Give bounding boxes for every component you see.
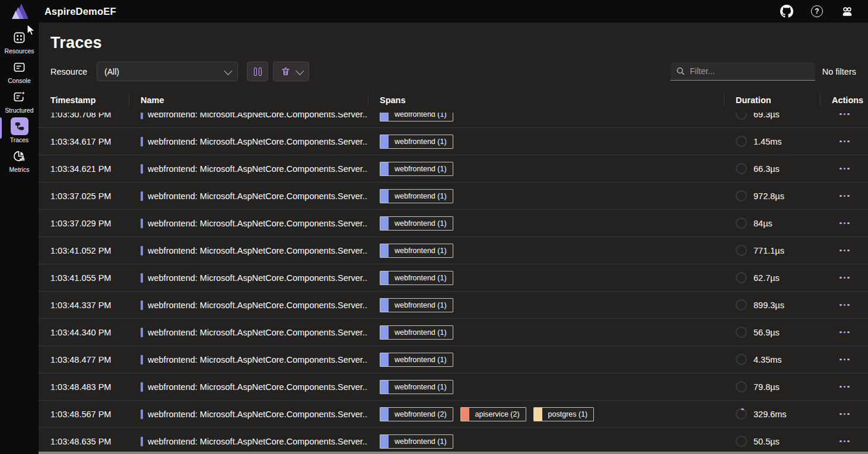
more-actions-button[interactable] <box>837 164 852 174</box>
more-actions-button[interactable] <box>837 191 852 201</box>
span-badge-color-strip <box>380 299 389 312</box>
sidebar-item-traces[interactable]: Traces <box>0 116 39 145</box>
table-row[interactable]: 1:03:34.617 PMwebfrontend: Microsoft.Asp… <box>39 128 868 155</box>
table-row[interactable]: 1:03:37.029 PMwebfrontend: Microsoft.Asp… <box>39 210 868 237</box>
trace-timestamp: 1:03:48.483 PM <box>39 382 129 392</box>
trace-spans-cell: webfrontend (1) <box>368 244 724 258</box>
trace-name-link[interactable]: webfrontend: Microsoft.AspNetCore.Compon… <box>129 246 368 255</box>
trace-duration-cell: 329.6ms <box>724 408 820 420</box>
more-actions-button[interactable] <box>837 246 852 255</box>
duration-ring-icon <box>736 163 747 174</box>
trace-duration-cell: 69.3µs <box>724 113 820 120</box>
trace-name-text: webfrontend: Microsoft.AspNetCore.Compon… <box>148 191 368 201</box>
trace-color-bar <box>141 273 143 283</box>
trace-spans-cell: webfrontend (1) <box>368 135 724 149</box>
sidebar-item-console[interactable]: Console <box>0 56 39 86</box>
table-row[interactable]: 1:03:48.477 PMwebfrontend: Microsoft.Asp… <box>39 346 868 373</box>
filter-input[interactable] <box>690 66 810 76</box>
table-row-content: 1:03:48.567 PMwebfrontend: Microsoft.Asp… <box>39 401 868 427</box>
more-actions-button[interactable] <box>837 437 852 446</box>
more-actions-button[interactable] <box>837 137 852 146</box>
span-badge-label: webfrontend (1) <box>389 299 453 312</box>
resource-select[interactable]: (All) <box>97 62 238 81</box>
table-row-content: 1:03:48.483 PMwebfrontend: Microsoft.Asp… <box>39 373 868 400</box>
duration-ring-icon <box>736 436 747 447</box>
trace-name-link[interactable]: webfrontend: Microsoft.AspNetCore.Compon… <box>129 382 368 392</box>
trace-timestamp: 1:03:44.337 PM <box>39 300 129 310</box>
aspire-logo-icon <box>12 4 28 19</box>
more-actions-button[interactable] <box>837 219 852 228</box>
trace-spans-cell: webfrontend (2)apiservice (2)postgres (1… <box>368 407 724 421</box>
trace-name-link[interactable]: webfrontend: Microsoft.AspNetCore.Compon… <box>129 164 368 174</box>
trace-timestamp: 1:03:37.025 PM <box>39 191 129 201</box>
table-row[interactable]: 1:03:30.708 PMwebfrontend: Microsoft.Asp… <box>39 113 868 128</box>
trace-name-link[interactable]: webfrontend: Microsoft.AspNetCore.Compon… <box>129 137 368 146</box>
more-actions-button[interactable] <box>837 328 852 337</box>
table-row[interactable]: 1:03:44.337 PMwebfrontend: Microsoft.Asp… <box>39 292 868 319</box>
trace-name-link[interactable]: webfrontend: Microsoft.AspNetCore.Compon… <box>129 355 368 365</box>
table-row[interactable]: 1:03:37.025 PMwebfrontend: Microsoft.Asp… <box>39 183 868 210</box>
trace-duration-value: 50.5µs <box>753 437 780 446</box>
more-actions-button[interactable] <box>837 382 852 392</box>
filter-search-box[interactable] <box>670 62 815 81</box>
table-row[interactable]: 1:03:48.567 PMwebfrontend: Microsoft.Asp… <box>39 401 868 428</box>
span-badge: webfrontend (1) <box>380 353 453 367</box>
trace-timestamp: 1:03:48.567 PM <box>39 410 129 419</box>
trace-actions-cell <box>820 113 868 119</box>
remove-traces-split-button[interactable] <box>273 62 309 81</box>
span-badge-label: webfrontend (1) <box>389 162 453 175</box>
span-badge: webfrontend (1) <box>380 189 453 203</box>
table-row[interactable]: 1:03:48.483 PMwebfrontend: Microsoft.Asp… <box>39 373 868 401</box>
trace-spans-cell: webfrontend (1) <box>368 189 724 203</box>
trace-color-bar <box>141 410 143 419</box>
more-actions-button[interactable] <box>837 410 852 419</box>
span-badge: webfrontend (1) <box>380 325 453 340</box>
span-badge: webfrontend (1) <box>380 162 453 176</box>
more-actions-button[interactable] <box>837 273 852 283</box>
sidebar-item-structured[interactable]: Structured <box>0 86 39 116</box>
table-row-content: 1:03:37.029 PMwebfrontend: Microsoft.Asp… <box>39 210 868 236</box>
trace-timestamp: 1:03:41.055 PM <box>39 273 129 283</box>
search-icon <box>676 66 685 76</box>
github-icon[interactable] <box>780 5 793 18</box>
trace-name-link[interactable]: webfrontend: Microsoft.AspNetCore.Compon… <box>129 437 368 446</box>
trace-color-bar <box>141 137 143 146</box>
table-row-content: 1:03:48.635 PMwebfrontend: Microsoft.Asp… <box>39 428 868 454</box>
main-content: Traces Resource (All) No filters Timesta… <box>39 23 868 454</box>
trace-color-bar <box>141 437 143 446</box>
table-row[interactable]: 1:03:34.621 PMwebfrontend: Microsoft.Asp… <box>39 155 868 183</box>
trace-name-link[interactable]: webfrontend: Microsoft.AspNetCore.Compon… <box>129 113 368 119</box>
trace-name-link[interactable]: webfrontend: Microsoft.AspNetCore.Compon… <box>129 191 368 201</box>
trace-duration-cell: 899.3µs <box>724 299 820 311</box>
trace-name-link[interactable]: webfrontend: Microsoft.AspNetCore.Compon… <box>129 410 368 419</box>
more-actions-button[interactable] <box>837 113 852 119</box>
table-row[interactable]: 1:03:44.340 PMwebfrontend: Microsoft.Asp… <box>39 319 868 346</box>
span-badge-label: webfrontend (1) <box>389 135 453 148</box>
more-actions-button[interactable] <box>837 300 852 310</box>
trace-name-link[interactable]: webfrontend: Microsoft.AspNetCore.Compon… <box>129 300 368 310</box>
trace-duration-value: 1.45ms <box>753 137 782 146</box>
people-icon[interactable] <box>841 5 854 18</box>
more-actions-button[interactable] <box>837 355 852 365</box>
span-badge-label: apiservice (2) <box>469 408 526 421</box>
table-row[interactable]: 1:03:41.055 PMwebfrontend: Microsoft.Asp… <box>39 264 868 292</box>
span-badge: webfrontend (1) <box>380 380 453 394</box>
trace-name-link[interactable]: webfrontend: Microsoft.AspNetCore.Compon… <box>129 219 368 228</box>
help-icon[interactable]: ? <box>810 5 824 18</box>
table-row[interactable]: 1:03:48.635 PMwebfrontend: Microsoft.Asp… <box>39 428 868 454</box>
horizontal-scrollbar[interactable] <box>39 452 868 454</box>
sidebar-item-metrics[interactable]: Metrics <box>0 145 39 175</box>
table-row-content: 1:03:34.617 PMwebfrontend: Microsoft.Asp… <box>39 128 868 155</box>
pause-incoming-data-button[interactable] <box>247 62 268 81</box>
sidebar-item-resources[interactable]: Resources <box>0 27 39 56</box>
table-row[interactable]: 1:03:41.052 PMwebfrontend: Microsoft.Asp… <box>39 237 868 264</box>
trace-name-link[interactable]: webfrontend: Microsoft.AspNetCore.Compon… <box>129 273 368 283</box>
trace-duration-value: 899.3µs <box>753 300 784 310</box>
trace-actions-cell <box>820 273 868 283</box>
span-badge-color-strip <box>380 353 389 366</box>
table-row-content: 1:03:44.340 PMwebfrontend: Microsoft.Asp… <box>39 319 868 346</box>
span-badge-color-strip <box>380 244 389 257</box>
trace-name-link[interactable]: webfrontend: Microsoft.AspNetCore.Compon… <box>129 328 368 337</box>
metrics-icon <box>11 147 28 165</box>
trace-spans-cell: webfrontend (1) <box>368 353 724 367</box>
